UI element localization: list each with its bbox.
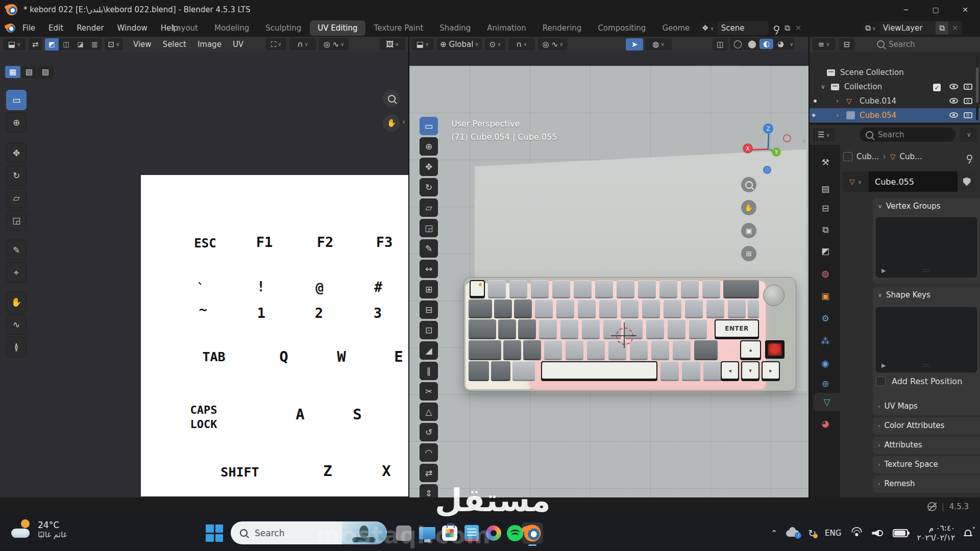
tab-object[interactable]: ▣ [814,287,837,305]
fake-user-shield-icon[interactable] [958,171,976,192]
tab-texture-paint[interactable]: Texture Paint [366,20,431,36]
uv-overlay-toggle-1-icon[interactable]: ▦ [5,66,20,78]
grip-icon[interactable]: ∷∷ [922,362,930,369]
transform-tool[interactable]: ◲ [420,219,438,237]
uv-region-collapse-icon[interactable]: ‹ [402,117,405,127]
panel-texture-space[interactable]: ›Texture Space∷∷ [873,456,980,473]
weather-widget[interactable]: 24°C غائم غالبًا [10,519,67,540]
panel-color-attributes[interactable]: ›Color Attributes∷∷ [873,417,980,435]
outliner-row-scene-collection[interactable]: Scene Collection [810,65,980,80]
tab-render[interactable]: ▤ [814,180,837,198]
onedrive-icon[interactable] [786,530,799,537]
viewport-canvas[interactable]: ENTER▴◂▾▸ User Perspective (71) Cube.054… [409,66,808,497]
tab-sculpting[interactable]: Sculpting [258,20,309,36]
pivot-point-icon[interactable]: ⊙∨ [485,38,505,51]
gizmo-minus-z-axis[interactable] [763,166,771,174]
grab-tool[interactable]: ✋ [6,292,27,312]
viewlayer-selector[interactable]: ⧉∨ ViewLayer ⧉ ✕ [862,21,962,35]
maximize-button[interactable]: ▢ [921,0,950,19]
tab-constraints[interactable]: ⊛ [814,374,837,393]
tab-particles[interactable]: ⁂ [814,332,837,350]
tab-uv-editing[interactable]: UV Editing [310,20,365,36]
battery-icon[interactable] [893,529,908,537]
hide-eye-icon[interactable] [949,98,958,104]
uv-select-vertex-icon[interactable]: ◩ [45,38,59,51]
panel-attributes[interactable]: ›Attributes∷∷ [873,437,980,454]
measure-tool[interactable]: ↔ [420,260,438,278]
loop-cut-tool[interactable]: ∥ [420,362,438,380]
vertex-groups-header[interactable]: ∨Vertex Groups∷∷ [873,198,980,214]
tab-modifiers[interactable]: ⚙ [814,309,837,328]
close-button[interactable]: ✕ [950,0,980,19]
tab-shading[interactable]: Shading [432,20,478,36]
mesh-name-input[interactable]: Cube.055 [869,171,958,192]
scene-icon[interactable]: ❖∨ [698,21,718,35]
move-tool[interactable]: ✥ [420,158,438,176]
add-cube-tool[interactable]: ⊞ [420,280,438,298]
expand-chevron-icon[interactable]: › [836,112,839,119]
shading-material-icon[interactable]: ◐ [760,39,773,49]
uv-pan-icon[interactable]: ✋ [383,114,400,132]
tab-animation[interactable]: Animation [479,20,533,36]
uv-select-edge-icon[interactable]: ◫ [59,38,73,51]
gizmo-toggle-icon[interactable]: ➤ [626,38,643,51]
menu-edit[interactable]: Edit [48,23,63,33]
render-camera-icon[interactable] [964,98,972,104]
render-camera-icon[interactable] [964,84,972,90]
bevel-tool[interactable]: ◢ [420,341,438,360]
spin-tool[interactable]: ↺ [420,423,438,441]
annotate-tool[interactable]: ✎ [6,240,27,260]
properties-pin-icon[interactable] [967,155,972,160]
tab-tool[interactable]: ⚒ [814,153,837,171]
uv-overlay-toggle-3-icon[interactable]: ▨ [38,66,53,78]
tab-compositing[interactable]: Compositing [590,20,653,36]
scene-name[interactable]: Scene [718,21,769,35]
panel-remesh[interactable]: ›Remesh∷∷ [873,475,980,493]
tab-material[interactable]: ◕ [814,414,837,433]
uv-select-island-icon[interactable]: ▥ [88,38,102,51]
properties-search[interactable]: Search [860,128,955,142]
viewport-zoom-icon[interactable] [741,177,756,192]
inset-faces-tool[interactable]: ⊡ [420,321,438,339]
uv-menu-uv[interactable]: UV [233,40,243,49]
outliner-filter-icon[interactable]: ⊟ [839,38,854,51]
snap-icon[interactable]: ∩∨ [508,38,535,51]
tab-physics[interactable]: ◉ [814,354,837,372]
shape-keys-list[interactable]: ▶∷∷ [876,307,977,372]
cursor-tool[interactable]: ⊕ [420,137,438,156]
uv-editor-type-icon[interactable]: ⬓∨ [3,38,26,51]
tab-world[interactable]: ◍ [814,264,837,283]
render-camera-icon[interactable] [964,112,972,118]
tray-chevron-icon[interactable]: ⌃ [771,529,778,538]
uv-select-face-icon[interactable]: ◪ [74,38,87,51]
vertex-groups-list[interactable]: ▶∷∷ [876,217,977,278]
shading-dropdown-icon[interactable]: ∨ [790,41,793,47]
notification-bell-icon[interactable]: ᶻ [964,528,974,538]
viewlayer-copy-icon[interactable]: ⧉ [936,21,948,35]
annotate-tool[interactable]: ✎ [420,239,438,258]
uv-menu-select[interactable]: Select [163,40,186,49]
outliner-row-collection[interactable]: ∨Collection✓ [810,80,980,94]
viewport-camera-view-icon[interactable]: ▣ [741,223,756,238]
specials-icon[interactable]: ▶ [881,362,886,369]
scale-tool[interactable]: ▱ [6,188,27,208]
shading-solid-icon[interactable]: ⬤ [745,39,759,48]
grip-icon[interactable]: ∷∷ [922,267,930,274]
uv-image[interactable]: ESCF1F2F3`~!1@2#3TABQWECAPS LOCKASSHIFTZ… [141,175,408,496]
breadcrumb-data[interactable]: Cub... [900,152,922,161]
panel-uv-maps[interactable]: ›UV Maps∷∷ [873,398,980,415]
uv-sticky-mode-icon[interactable]: ⊡∨ [105,38,123,51]
hide-eye-icon[interactable] [949,84,958,89]
mesh-datablock-icon[interactable]: ▽∨ [842,171,869,192]
navigation-gizmo[interactable]: Z X Y [740,121,796,177]
outliner-search[interactable]: Search [877,40,915,49]
exclude-checkbox[interactable]: ✓ [933,84,941,91]
viewlayer-icon[interactable]: ⧉∨ [862,21,879,35]
uv-overlay-toggle-2-icon[interactable]: ▧ [21,66,37,78]
rotate-tool[interactable]: ↻ [420,178,438,196]
properties-options-icon[interactable]: ∨ [960,128,977,142]
menu-render[interactable]: Render [77,23,104,33]
poly-build-tool[interactable]: △ [420,403,438,421]
viewlayer-delete-icon[interactable]: ✕ [948,21,962,35]
expand-chevron-icon[interactable]: › [836,97,839,105]
